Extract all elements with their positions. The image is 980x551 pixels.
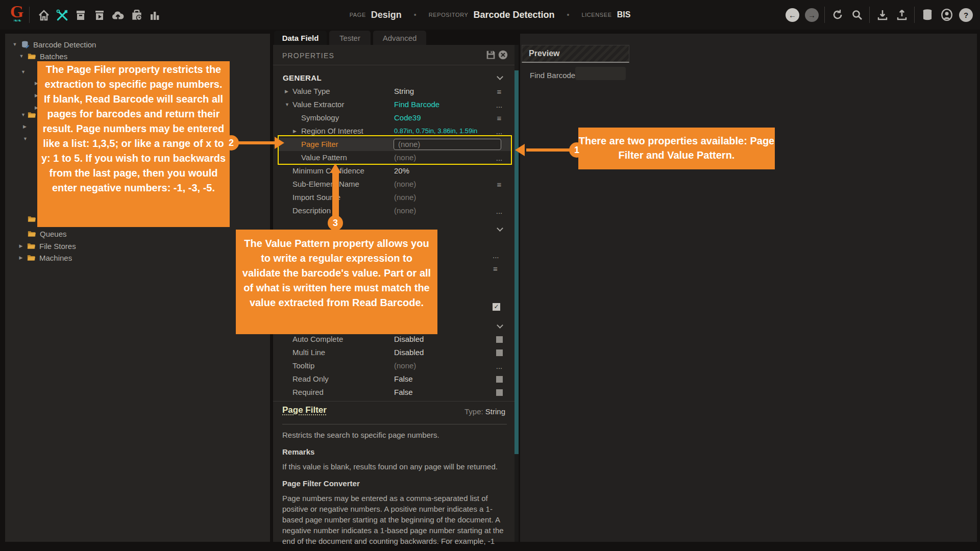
- menu-icon[interactable]: ≡: [492, 178, 507, 191]
- arrow-left-icon: [515, 144, 525, 156]
- checkbox-icon[interactable]: [496, 336, 503, 343]
- page-filter-input[interactable]: (none): [394, 139, 501, 150]
- menu-icon[interactable]: ≡: [492, 85, 507, 98]
- property-row[interactable]: Sub-Element Name(none)≡: [273, 178, 519, 191]
- ellipsis-icon[interactable]: ...: [492, 98, 507, 111]
- help-icon[interactable]: ?: [959, 8, 973, 22]
- user-icon[interactable]: [940, 8, 953, 22]
- section-general: GENERAL: [283, 73, 322, 82]
- checkbox-icon[interactable]: [496, 349, 503, 356]
- grooper-logo[interactable]: G ❧❧: [8, 3, 26, 27]
- arrow-right-icon: [275, 137, 284, 149]
- tree-node-queues[interactable]: Queues: [28, 228, 67, 239]
- tree-expander-icon[interactable]: ▼: [23, 136, 28, 141]
- expander-right-icon[interactable]: ▶: [293, 129, 297, 134]
- ellipsis-icon[interactable]: ...: [492, 204, 507, 217]
- property-row[interactable]: Tooltip(none)...: [273, 359, 519, 372]
- tree-node-file-stores[interactable]: ▶ File Stores: [18, 240, 76, 252]
- package-play-icon[interactable]: [92, 8, 106, 22]
- expander-right-icon[interactable]: ▶: [285, 89, 288, 94]
- property-label: Region Of Interest: [301, 127, 363, 135]
- repository-icon: [21, 40, 30, 49]
- bar-chart-icon[interactable]: [148, 8, 161, 22]
- database-icon[interactable]: [920, 8, 934, 22]
- checkbox-icon[interactable]: [496, 389, 503, 396]
- back-icon[interactable]: ←: [786, 8, 799, 22]
- save-icon[interactable]: [485, 49, 497, 61]
- preview-field-input[interactable]: [575, 67, 626, 80]
- checkbox-cell[interactable]: [492, 333, 507, 346]
- checkbox-cell[interactable]: [492, 386, 507, 399]
- tree-node-batches[interactable]: ▼ Batches: [19, 51, 67, 62]
- home-icon[interactable]: [37, 8, 51, 22]
- property-row[interactable]: ▼Value ExtractorFind Barcode...: [273, 98, 519, 111]
- preview-header: Preview: [522, 45, 629, 63]
- scrollbar-thumb[interactable]: [514, 70, 519, 454]
- menu-icon[interactable]: ≡: [493, 264, 498, 273]
- property-value: 0.87in, 0.75in, 3.86in, 1.59in: [394, 127, 477, 135]
- divider: [273, 401, 519, 402]
- ellipsis-icon[interactable]: ...: [493, 251, 499, 260]
- property-rows-general: ▶Value TypeString≡▼Value ExtractorFind B…: [273, 85, 519, 217]
- refresh-icon[interactable]: [830, 8, 844, 22]
- forward-icon[interactable]: →: [805, 8, 819, 22]
- package-icon[interactable]: [74, 8, 87, 22]
- tree-expander-icon[interactable]: ▼: [12, 42, 17, 47]
- tab-tester[interactable]: Tester: [329, 31, 371, 45]
- tree-node-root[interactable]: ▼ Barcode Detection: [12, 39, 96, 50]
- repository-value[interactable]: Barcode Detection: [473, 10, 554, 20]
- arrow-shaft: [238, 141, 275, 144]
- property-row[interactable]: Read OnlyFalse: [273, 372, 519, 386]
- tab-data-field[interactable]: Data Field: [274, 31, 327, 45]
- upload-icon[interactable]: [895, 8, 909, 22]
- property-row[interactable]: Value Pattern(none)...: [273, 151, 519, 164]
- property-row[interactable]: Multi LineDisabled: [273, 346, 519, 359]
- tree-node-machines[interactable]: ▶ Machines: [18, 252, 72, 263]
- search-icon[interactable]: [850, 8, 864, 22]
- menu-icon[interactable]: ≡: [492, 111, 507, 124]
- ellipsis-icon[interactable]: ...: [492, 124, 507, 138]
- property-row[interactable]: Minimum Confidence20%: [273, 164, 519, 178]
- ellipsis-icon[interactable]: ...: [492, 151, 507, 164]
- close-icon[interactable]: [498, 49, 509, 61]
- property-value: Code39: [394, 113, 421, 122]
- property-row[interactable]: RequiredFalse: [273, 386, 519, 399]
- tree-expander-icon[interactable]: ▼: [21, 69, 26, 74]
- checkbox-icon[interactable]: [496, 376, 503, 383]
- callout-value-pattern: The Value Pattern property allows you to…: [236, 230, 437, 334]
- tree-expander-icon[interactable]: ▶: [23, 124, 27, 129]
- cloud-upload-icon[interactable]: [111, 8, 125, 22]
- tree-expander-icon[interactable]: ▼: [19, 54, 24, 59]
- preview-panel: Preview Find Barcode: [520, 34, 977, 542]
- tree-node-label: Queues: [40, 230, 67, 238]
- property-label: Minimum Confidence: [292, 166, 364, 175]
- page-label: PAGE: [350, 12, 366, 18]
- expander-down-icon[interactable]: ▼: [285, 102, 289, 107]
- property-value: (none): [394, 153, 416, 162]
- checkbox-checked-icon[interactable]: ✓: [493, 303, 500, 311]
- property-row[interactable]: SymbologyCode39≡: [273, 111, 519, 124]
- property-row[interactable]: Import Source(none): [273, 191, 519, 204]
- tab-advanced[interactable]: Advanced: [373, 31, 426, 45]
- tree-expander-icon[interactable]: ▶: [18, 243, 23, 248]
- tools-icon[interactable]: [55, 8, 69, 22]
- briefcase-clock-icon[interactable]: [130, 8, 143, 22]
- tree-expander-icon[interactable]: ▼: [21, 112, 26, 117]
- chevron-down-icon[interactable]: [497, 73, 503, 80]
- property-row[interactable]: Auto CompleteDisabled: [273, 333, 519, 346]
- property-row[interactable]: Page Filter(none): [278, 138, 512, 151]
- page-value[interactable]: Design: [371, 10, 402, 20]
- callout-two-properties: There are two properties available: Page…: [578, 128, 775, 169]
- checkbox-cell[interactable]: [492, 346, 507, 359]
- separator: •: [414, 11, 416, 19]
- download-icon[interactable]: [875, 8, 889, 22]
- property-row[interactable]: Description(none)...: [273, 204, 519, 217]
- chevron-down-icon[interactable]: [497, 322, 503, 329]
- property-rows-behavior: Auto CompleteDisabledMulti LineDisabledT…: [273, 333, 519, 399]
- property-row[interactable]: ▶Region Of Interest0.87in, 0.75in, 3.86i…: [273, 124, 519, 138]
- tree-expander-icon[interactable]: ▶: [18, 255, 23, 260]
- ellipsis-icon[interactable]: ...: [492, 359, 507, 372]
- chevron-down-icon[interactable]: [497, 225, 503, 232]
- checkbox-cell[interactable]: [492, 372, 507, 386]
- property-row[interactable]: ▶Value TypeString≡: [273, 85, 519, 98]
